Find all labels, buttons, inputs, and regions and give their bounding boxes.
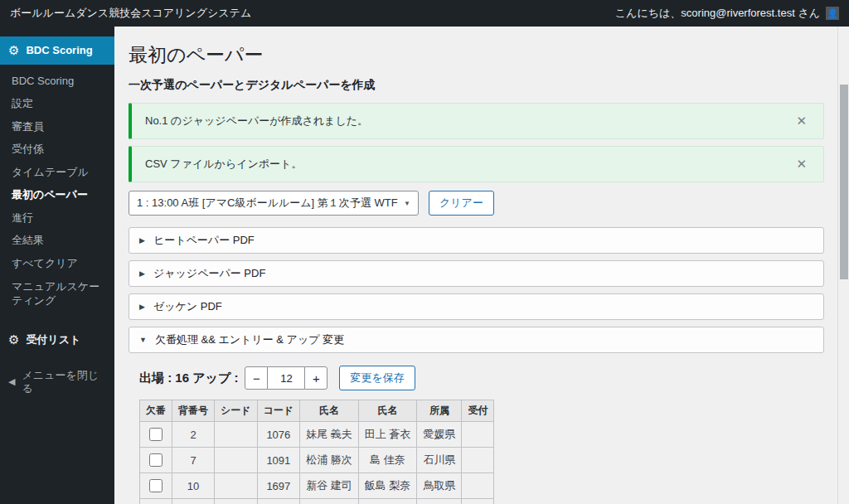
cell-number: 10 [172,473,215,499]
gear-icon: ⚙ [8,44,19,56]
chevron-down-icon: ▼ [139,336,147,344]
success-notice: No.1 のジャッジペーパーが作成されました。 ✕ [129,103,824,139]
accordion-label: ゼッケン PDF [153,299,222,314]
sidebar-item-first-paper[interactable]: 最初のペーパー [10,183,109,206]
close-icon[interactable]: ✕ [793,112,810,130]
admin-bar: ボールルームダンス競技会スコアリングシステム こんにちは、scoring@riv… [0,0,849,27]
cell-number: 2 [172,422,215,448]
sidebar-item-clear-all[interactable]: すべてクリア [10,252,109,275]
cell-reception [462,473,494,499]
sidebar: ⚙ BDC Scoring BDC Scoring 設定 審査員 受付係 タイム… [0,27,114,504]
user-menu[interactable]: こんにちは、scoring@riverforest.test さん 👤 [615,6,839,21]
sidebar-submenu: BDC Scoring 設定 審査員 受付係 タイムテーブル 最初のペーパー 進… [0,70,114,313]
col-name-1: 氏名 [300,400,359,422]
clear-button[interactable]: クリアー [429,191,494,216]
heat-select[interactable]: 1 : 13:00 A班 [アマC級ボールルーム] 第１次予選 WTF ▼ [129,191,419,216]
cell-name-2: 飯島 梨奈 [358,473,417,499]
accordion-label: ジャッジペーパー PDF [153,266,265,281]
notice-text: No.1 のジャッジペーパーが作成されました。 [145,114,368,128]
sidebar-item-reception-list[interactable]: ⚙ 受付リスト [0,326,114,354]
scrollbar[interactable] [837,27,849,504]
col-prefecture: 所属 [417,400,462,422]
close-icon[interactable]: ✕ [793,155,810,173]
heat-select-row: 1 : 13:00 A班 [アマC級ボールルーム] 第１次予選 WTF ▼ クリ… [129,191,824,216]
missing-checkbox[interactable] [149,479,163,492]
up-count-input[interactable] [268,366,304,390]
sidebar-item-all-results[interactable]: 全結果 [10,229,109,252]
sidebar-item-label: 受付リスト [26,333,80,346]
page-title: 最初のペーパー [129,42,824,67]
entry-table: 欠番 背番号 シード コード 氏名 氏名 所属 受付 2 [139,400,494,504]
stepper-minus-button[interactable]: − [245,366,268,390]
table-row-partial [140,499,494,504]
sidebar-item-manual-skating[interactable]: マニュアルスケーティング [10,275,109,313]
cell-prefecture: 愛媛県 [417,422,462,448]
scrollbar-thumb[interactable] [840,85,848,279]
cell-code: 1091 [257,448,300,473]
sidebar-item-label: BDC Scoring [26,44,92,57]
accordion-missing-entry-up[interactable]: ▼ 欠番処理 && エントリー & アップ 変更 [129,327,824,353]
cell-name-1: 松浦 勝次 [300,448,359,473]
col-missing: 欠番 [140,400,172,422]
col-seed: シード [215,400,258,422]
col-name-2: 氏名 [358,400,417,422]
sidebar-item-timetable[interactable]: タイムテーブル [10,161,109,184]
cell-seed [215,473,258,499]
table-row: 7 1091 松浦 勝次 島 佳奈 石川県 [140,448,494,473]
table-header-row: 欠番 背番号 シード コード 氏名 氏名 所属 受付 [140,400,494,422]
sidebar-item-settings[interactable]: 設定 [10,92,109,115]
avatar: 👤 [826,7,839,20]
sidebar-item-bdc-scoring-sub[interactable]: BDC Scoring [10,70,109,93]
chevron-right-icon: ▶ [139,303,145,311]
heat-select-value: 1 : 13:00 A班 [アマC級ボールルーム] 第１次予選 WTF [137,196,398,211]
cell-seed [215,448,258,473]
cell-name-2: 田上 蒼衣 [358,422,417,448]
site-title[interactable]: ボールルームダンス競技会スコアリングシステム [10,6,251,21]
cell-code: 1697 [257,473,300,499]
sidebar-item-progress[interactable]: 進行 [10,206,109,230]
col-reception: 受付 [462,400,494,422]
accordion-judge-paper-pdf[interactable]: ▶ ジャッジペーパー PDF [129,260,824,287]
collapse-menu-button[interactable]: ◀ メニューを閉じる [0,361,114,402]
accordion-label: ヒートペーパー PDF [153,233,255,248]
main-content: 最初のペーパー 一次予選のペーパーとデジタルペーパーを作成 No.1 のジャッジ… [114,27,849,504]
cell-name-1: 妹尾 義夫 [300,422,359,448]
collapse-menu-label: メニューを閉じる [22,369,106,395]
chevron-down-icon: ▼ [404,200,410,207]
notice-text: CSV ファイルからインポート。 [145,157,302,172]
cell-code: 1076 [257,422,300,448]
stepper-plus-button[interactable]: + [304,366,327,390]
col-number: 背番号 [172,400,215,422]
missing-checkbox[interactable] [149,453,163,467]
cell-name-2: 島 佳奈 [358,448,417,473]
chevron-right-icon: ▶ [139,269,145,278]
screen: ボールルームダンス競技会スコアリングシステム こんにちは、scoring@riv… [0,0,849,504]
accordion-bib-pdf[interactable]: ▶ ゼッケン PDF [129,293,824,320]
save-changes-button[interactable]: 変更を保存 [339,366,415,390]
success-notice: CSV ファイルからインポート。 ✕ [129,146,824,182]
cell-prefecture: 鳥取県 [417,473,462,499]
accordion-label: 欠番処理 && エントリー & アップ 変更 [155,332,344,347]
missing-checkbox[interactable] [149,428,163,441]
cell-reception [462,448,494,473]
table-row: 10 1697 新谷 建司 飯島 梨奈 鳥取県 [140,473,494,499]
cell-number: 7 [172,448,215,473]
cell-prefecture: 石川県 [417,448,462,473]
chevron-right-icon: ▶ [139,236,145,245]
table-row: 2 1076 妹尾 義夫 田上 蒼衣 愛媛県 [140,422,494,448]
page-subtitle: 一次予選のペーパーとデジタルペーパーを作成 [129,77,824,93]
accordion-list: ▶ ヒートペーパー PDF ▶ ジャッジペーパー PDF ▶ ゼッケン PDF … [129,227,824,353]
sidebar-item-reception-staff[interactable]: 受付係 [10,138,109,161]
cell-reception [462,422,494,448]
entry-label: 出場 : 16 アップ : [139,371,238,386]
cell-seed [215,422,258,448]
sidebar-item-judges[interactable]: 審査員 [10,115,109,138]
layout: ⚙ BDC Scoring BDC Scoring 設定 審査員 受付係 タイム… [0,27,849,504]
accordion-heat-paper-pdf[interactable]: ▶ ヒートペーパー PDF [129,227,824,254]
col-code: コード [257,400,300,422]
sidebar-item-bdc-scoring[interactable]: ⚙ BDC Scoring [0,36,114,65]
user-icon: 👤 [827,9,838,18]
greeting-text: こんにちは、scoring@riverforest.test さん [615,6,820,21]
gear-icon: ⚙ [8,333,19,346]
cell-name-1: 新谷 建司 [300,473,359,499]
